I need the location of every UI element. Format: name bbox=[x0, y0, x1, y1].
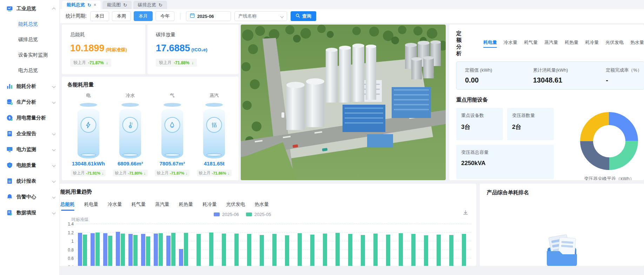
trend-bar-2025-05 bbox=[184, 233, 188, 266]
refresh-icon[interactable]: ↻ bbox=[123, 2, 127, 8]
tab-能耗总览[interactable]: 能耗总览↻× bbox=[62, 1, 101, 9]
sidebar-item-生产分析[interactable]: 生产分析 bbox=[0, 94, 59, 110]
y-tick-label: 0.4 bbox=[61, 265, 74, 266]
bottle-body bbox=[203, 109, 225, 158]
gridline bbox=[77, 224, 471, 224]
bottle-bottom bbox=[122, 153, 138, 157]
quota-tab-蒸汽量[interactable]: 蒸汽量 bbox=[544, 39, 558, 48]
trend-bar-2025-05 bbox=[298, 233, 302, 266]
trend-tab-蒸汽量[interactable]: 蒸汽量 bbox=[155, 201, 170, 211]
filter-bar: 统计周期: 本日本周本月今年 2025-06 产线名称 查询 bbox=[60, 9, 644, 23]
sidebar-subitem-能耗总览[interactable]: 能耗总览 bbox=[0, 17, 59, 32]
quota-tab-耗热量[interactable]: 耗热量 bbox=[565, 39, 578, 48]
summary-value-number: 10.1899 bbox=[70, 43, 105, 53]
sidebar-item-工业总览[interactable]: 工业总览 bbox=[0, 1, 59, 17]
sidebar-item-数据填报[interactable]: 数据填报 bbox=[0, 205, 59, 221]
production-line-select[interactable]: 产线名称 bbox=[234, 11, 287, 21]
compare-label: 较上月 bbox=[157, 170, 168, 176]
usage-bottle bbox=[118, 103, 142, 158]
stat-card-变压器数量: 变压器数量2台 bbox=[507, 108, 554, 140]
quota-tab-耗冷量[interactable]: 耗冷量 bbox=[585, 39, 599, 48]
tab-碳排总览[interactable]: 碳排总览↻ bbox=[133, 1, 167, 9]
quota-field-label: 定额完成率（%） bbox=[606, 67, 644, 73]
quota-tab-耗电量[interactable]: 耗电量 bbox=[483, 39, 497, 48]
sidebar-item-告警中心[interactable]: 告警中心 bbox=[0, 189, 59, 205]
chevron-down-icon bbox=[52, 85, 56, 88]
stat-value: 2台 bbox=[512, 123, 549, 131]
sidebar-item-label: 电力监测 bbox=[16, 146, 51, 153]
arrow-down-icon: ↓ bbox=[106, 60, 108, 65]
sidebar-subitem-碳排总览[interactable]: 碳排总览 bbox=[0, 32, 59, 47]
quota-tab-热水量[interactable]: 热水量 bbox=[630, 39, 644, 48]
period-button-本月[interactable]: 本月 bbox=[134, 11, 153, 21]
quota-equipment-panel: 定额分析 耗电量冷水量耗气量蒸汽量耗热量耗冷量光伏发电热水量 定额值 (kWh)… bbox=[449, 25, 644, 180]
trend-tab-耗电量[interactable]: 耗电量 bbox=[84, 201, 99, 211]
empty-folder-icon bbox=[539, 233, 585, 266]
trend-bar-2025-06 bbox=[103, 233, 107, 266]
trend-bar-2025-05 bbox=[159, 233, 163, 266]
sidebar-item-能耗分析[interactable]: 能耗分析 bbox=[0, 78, 59, 94]
trend-tab-冷水量[interactable]: 冷水量 bbox=[108, 201, 122, 211]
chevron-down-icon bbox=[52, 100, 56, 104]
sidebar-item-用电需量分析[interactable]: 用电需量分析 bbox=[0, 110, 59, 126]
stat-label: 变压器数量 bbox=[512, 112, 549, 119]
summary-card-title: 碳排放量 bbox=[156, 32, 239, 38]
usage-bottle bbox=[160, 103, 185, 158]
summary-value-unit: (tCO₂e) bbox=[190, 47, 207, 52]
trend-tab-耗冷量[interactable]: 耗冷量 bbox=[203, 201, 217, 211]
product-ranking-title: 产品综合单耗排名 bbox=[487, 189, 644, 196]
trend-tab-热水量[interactable]: 热水量 bbox=[255, 201, 269, 211]
sidebar-item-企业报告[interactable]: 企业报告 bbox=[0, 126, 59, 142]
tab-能流图[interactable]: 能流图↻ bbox=[102, 1, 132, 9]
compare-label: 较上月 bbox=[159, 60, 172, 66]
quota-field: 定额完成率（%）- bbox=[606, 67, 644, 84]
trend-tab-耗热量[interactable]: 耗热量 bbox=[179, 201, 193, 211]
y-tick-label: 1.2 bbox=[61, 230, 74, 235]
period-button-本日[interactable]: 本日 bbox=[90, 11, 109, 21]
trend-bar-2025-06 bbox=[154, 234, 158, 266]
stat-value: 3台 bbox=[461, 123, 498, 131]
bottle-lid bbox=[205, 103, 223, 107]
usage-label: 蒸汽 bbox=[193, 92, 235, 99]
trend-tab-总能耗[interactable]: 总能耗 bbox=[60, 201, 75, 211]
trend-bar-2025-05 bbox=[285, 235, 289, 266]
trend-bar-2025-05 bbox=[272, 234, 277, 266]
compare-label: 较上月 bbox=[199, 170, 211, 176]
sidebar-subitem-电力总览[interactable]: 电力总览 bbox=[0, 63, 59, 78]
tab-label: 碳排总览 bbox=[138, 2, 156, 8]
energy-usage-item-电: 电13048.61kWh较上月-71.91%↓ bbox=[67, 90, 109, 176]
trend-bar-2025-05 bbox=[399, 233, 403, 266]
sidebar-item-电能质量[interactable]: 电能质量 bbox=[0, 157, 59, 173]
query-button[interactable]: 查询 bbox=[291, 11, 316, 21]
quota-tab-耗气量[interactable]: 耗气量 bbox=[524, 39, 538, 48]
sidebar-item-label: 统计报表 bbox=[16, 178, 51, 184]
sidebar-item-统计报表[interactable]: 统计报表 bbox=[0, 173, 59, 189]
quota-tab-冷水量[interactable]: 冷水量 bbox=[504, 39, 517, 48]
energy-usage-title: 各能耗用量 bbox=[67, 81, 235, 88]
cold-water-icon bbox=[122, 117, 138, 133]
energy-usage-row: 电13048.61kWh较上月-71.91%↓冷水6809.66m³较上月-71… bbox=[67, 90, 235, 176]
refresh-icon[interactable]: ↻ bbox=[87, 2, 91, 8]
datafill-icon bbox=[6, 209, 13, 216]
trend-tab-耗气量[interactable]: 耗气量 bbox=[132, 201, 146, 211]
month-picker[interactable]: 2025-06 bbox=[186, 11, 231, 21]
stat-label: 变压器总容量 bbox=[461, 149, 549, 156]
sidebar-subitem-设备实时监测[interactable]: 设备实时监测 bbox=[0, 47, 59, 63]
quota-tab-光伏发电[interactable]: 光伏发电 bbox=[605, 39, 624, 48]
trend-bar-2025-05 bbox=[247, 234, 251, 266]
close-icon[interactable]: × bbox=[94, 2, 96, 7]
refresh-icon[interactable]: ↻ bbox=[159, 2, 162, 8]
period-button-今年[interactable]: 今年 bbox=[155, 11, 174, 21]
usage-bottle bbox=[76, 103, 101, 158]
statement-icon bbox=[6, 178, 13, 185]
trend-bar-2025-05 bbox=[336, 233, 340, 266]
chevron-down-icon bbox=[52, 148, 56, 151]
period-button-本周[interactable]: 本周 bbox=[112, 11, 131, 21]
trend-bar-2025-05 bbox=[83, 235, 87, 266]
sidebar-item-电力监测[interactable]: 电力监测 bbox=[0, 142, 59, 157]
trend-bar-2025-06 bbox=[91, 233, 95, 266]
stat-card-重点设备数: 重点设备数3台 bbox=[456, 108, 503, 140]
usage-value: 7805.67m³ bbox=[151, 161, 193, 166]
dashboard-icon bbox=[6, 5, 13, 12]
trend-tab-光伏发电[interactable]: 光伏发电 bbox=[226, 201, 245, 211]
